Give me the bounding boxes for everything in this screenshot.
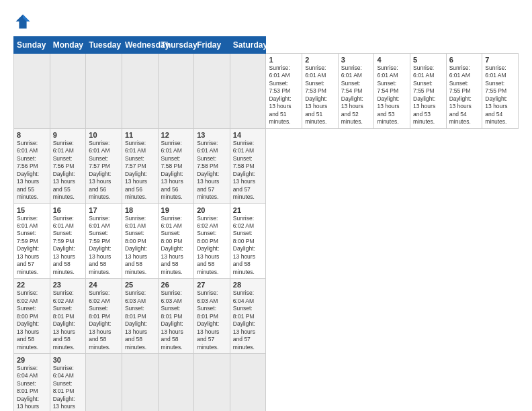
calendar-cell: 24Sunrise: 6:02 AMSunset: 8:01 PMDayligh… xyxy=(86,279,122,354)
day-info: Sunrise: 6:01 AMSunset: 7:54 PMDaylight:… xyxy=(341,64,371,126)
calendar-cell: 7Sunrise: 6:01 AMSunset: 7:55 PMDaylight… xyxy=(482,54,519,129)
day-number: 27 xyxy=(197,281,227,289)
calendar-cell: 16Sunrise: 6:01 AMSunset: 7:59 PMDayligh… xyxy=(50,203,86,279)
day-number: 28 xyxy=(233,281,263,289)
calendar-header-thursday: Thursday xyxy=(158,37,194,54)
calendar-header-sunday: Sunday xyxy=(14,37,50,54)
day-info: Sunrise: 6:02 AMSunset: 8:01 PMDaylight:… xyxy=(53,289,83,351)
day-info: Sunrise: 6:03 AMSunset: 8:01 PMDaylight:… xyxy=(125,289,155,351)
calendar-cell: 9Sunrise: 6:01 AMSunset: 7:56 PMDaylight… xyxy=(50,128,86,203)
calendar-cell: 2Sunrise: 6:01 AMSunset: 7:53 PMDaylight… xyxy=(302,54,339,129)
calendar-cell: 5Sunrise: 6:01 AMSunset: 7:55 PMDaylight… xyxy=(410,54,447,129)
day-info: Sunrise: 6:04 AMSunset: 8:01 PMDaylight:… xyxy=(233,289,263,351)
calendar-cell xyxy=(158,54,194,129)
day-number: 2 xyxy=(305,56,335,64)
calendar-cell: 3Sunrise: 6:01 AMSunset: 7:54 PMDaylight… xyxy=(338,54,374,129)
calendar-header-friday: Friday xyxy=(194,37,230,54)
calendar-week-row: 15Sunrise: 6:01 AMSunset: 7:59 PMDayligh… xyxy=(14,203,519,279)
day-number: 12 xyxy=(161,131,191,139)
calendar-cell xyxy=(158,354,194,412)
day-number: 4 xyxy=(377,56,407,64)
day-number: 6 xyxy=(449,56,480,64)
calendar-cell xyxy=(14,54,50,129)
day-number: 24 xyxy=(89,281,119,289)
day-info: Sunrise: 6:01 AMSunset: 7:57 PMDaylight:… xyxy=(125,140,155,201)
day-info: Sunrise: 6:03 AMSunset: 8:01 PMDaylight:… xyxy=(197,289,227,351)
day-info: Sunrise: 6:01 AMSunset: 7:58 PMDaylight:… xyxy=(197,140,227,201)
day-number: 13 xyxy=(197,131,227,139)
day-info: Sunrise: 6:03 AMSunset: 8:01 PMDaylight:… xyxy=(161,289,191,351)
day-info: Sunrise: 6:02 AMSunset: 8:00 PMDaylight:… xyxy=(17,289,47,351)
day-number: 17 xyxy=(89,206,119,214)
calendar-cell: 1Sunrise: 6:01 AMSunset: 7:53 PMDaylight… xyxy=(266,54,302,129)
logo xyxy=(13,12,35,31)
day-info: Sunrise: 6:01 AMSunset: 7:58 PMDaylight:… xyxy=(233,140,263,201)
day-info: Sunrise: 6:01 AMSunset: 7:55 PMDaylight:… xyxy=(413,64,443,126)
day-info: Sunrise: 6:01 AMSunset: 7:55 PMDaylight:… xyxy=(449,64,480,126)
calendar-cell: 15Sunrise: 6:01 AMSunset: 7:59 PMDayligh… xyxy=(14,203,50,279)
calendar-cell: 22Sunrise: 6:02 AMSunset: 8:00 PMDayligh… xyxy=(14,279,50,354)
calendar-cell: 30Sunrise: 6:04 AMSunset: 8:01 PMDayligh… xyxy=(50,354,86,412)
day-number: 25 xyxy=(125,281,155,289)
calendar-cell xyxy=(86,354,122,412)
calendar-cell: 27Sunrise: 6:03 AMSunset: 8:01 PMDayligh… xyxy=(194,279,230,354)
day-info: Sunrise: 6:01 AMSunset: 7:56 PMDaylight:… xyxy=(53,140,83,201)
day-number: 1 xyxy=(269,56,299,64)
day-number: 8 xyxy=(17,131,47,139)
day-number: 7 xyxy=(485,56,515,64)
day-info: Sunrise: 6:02 AMSunset: 8:00 PMDaylight:… xyxy=(197,215,227,277)
calendar-cell: 6Sunrise: 6:01 AMSunset: 7:55 PMDaylight… xyxy=(446,54,482,129)
day-number: 9 xyxy=(53,131,83,139)
calendar-cell: 23Sunrise: 6:02 AMSunset: 8:01 PMDayligh… xyxy=(50,279,86,354)
calendar-cell: 4Sunrise: 6:01 AMSunset: 7:54 PMDaylight… xyxy=(374,54,410,129)
day-number: 26 xyxy=(161,281,191,289)
calendar-cell: 20Sunrise: 6:02 AMSunset: 8:00 PMDayligh… xyxy=(194,203,230,279)
calendar-cell: 10Sunrise: 6:01 AMSunset: 7:57 PMDayligh… xyxy=(86,128,122,203)
day-info: Sunrise: 6:01 AMSunset: 7:53 PMDaylight:… xyxy=(305,64,335,126)
calendar-cell: 29Sunrise: 6:04 AMSunset: 8:01 PMDayligh… xyxy=(14,354,50,412)
day-number: 19 xyxy=(161,206,191,214)
calendar-header-monday: Monday xyxy=(50,37,86,54)
day-number: 3 xyxy=(341,56,371,64)
calendar-cell xyxy=(194,354,230,412)
calendar-table: SundayMondayTuesdayWednesdayThursdayFrid… xyxy=(13,36,519,411)
day-number: 29 xyxy=(17,356,47,364)
day-info: Sunrise: 6:04 AMSunset: 8:01 PMDaylight:… xyxy=(53,365,83,411)
calendar-header-wednesday: Wednesday xyxy=(122,37,158,54)
day-info: Sunrise: 6:01 AMSunset: 7:56 PMDaylight:… xyxy=(17,140,47,201)
day-number: 20 xyxy=(197,206,227,214)
calendar-cell xyxy=(122,354,158,412)
calendar-header-saturday: Saturday xyxy=(230,37,266,54)
calendar-week-row: 22Sunrise: 6:02 AMSunset: 8:00 PMDayligh… xyxy=(14,279,519,354)
calendar-cell xyxy=(230,54,266,129)
calendar-cell: 25Sunrise: 6:03 AMSunset: 8:01 PMDayligh… xyxy=(122,279,158,354)
day-info: Sunrise: 6:02 AMSunset: 8:00 PMDaylight:… xyxy=(233,215,263,277)
day-info: Sunrise: 6:01 AMSunset: 7:59 PMDaylight:… xyxy=(53,215,83,277)
calendar-cell: 8Sunrise: 6:01 AMSunset: 7:56 PMDaylight… xyxy=(14,128,50,203)
calendar-cell: 17Sunrise: 6:01 AMSunset: 7:59 PMDayligh… xyxy=(86,203,122,279)
day-info: Sunrise: 6:01 AMSunset: 7:54 PMDaylight:… xyxy=(377,64,407,126)
calendar-cell: 18Sunrise: 6:01 AMSunset: 8:00 PMDayligh… xyxy=(122,203,158,279)
calendar-cell: 14Sunrise: 6:01 AMSunset: 7:58 PMDayligh… xyxy=(230,128,266,203)
day-info: Sunrise: 6:04 AMSunset: 8:01 PMDaylight:… xyxy=(17,365,47,411)
day-number: 15 xyxy=(17,206,47,214)
header xyxy=(13,12,519,31)
day-number: 21 xyxy=(233,206,263,214)
day-number: 22 xyxy=(17,281,47,289)
day-number: 5 xyxy=(413,56,443,64)
calendar-week-row: 29Sunrise: 6:04 AMSunset: 8:01 PMDayligh… xyxy=(14,354,519,412)
day-info: Sunrise: 6:01 AMSunset: 7:58 PMDaylight:… xyxy=(161,140,191,201)
calendar-cell: 11Sunrise: 6:01 AMSunset: 7:57 PMDayligh… xyxy=(122,128,158,203)
day-info: Sunrise: 6:01 AMSunset: 7:59 PMDaylight:… xyxy=(17,215,47,277)
logo-icon xyxy=(13,12,32,31)
calendar-cell xyxy=(86,54,122,129)
calendar-cell xyxy=(230,354,266,412)
calendar-cell: 19Sunrise: 6:01 AMSunset: 8:00 PMDayligh… xyxy=(158,203,194,279)
calendar-cell: 28Sunrise: 6:04 AMSunset: 8:01 PMDayligh… xyxy=(230,279,266,354)
day-number: 23 xyxy=(53,281,83,289)
calendar-header-row: SundayMondayTuesdayWednesdayThursdayFrid… xyxy=(14,37,519,54)
day-number: 14 xyxy=(233,131,263,139)
calendar-cell xyxy=(50,54,86,129)
day-number: 11 xyxy=(125,131,155,139)
calendar-cell xyxy=(122,54,158,129)
